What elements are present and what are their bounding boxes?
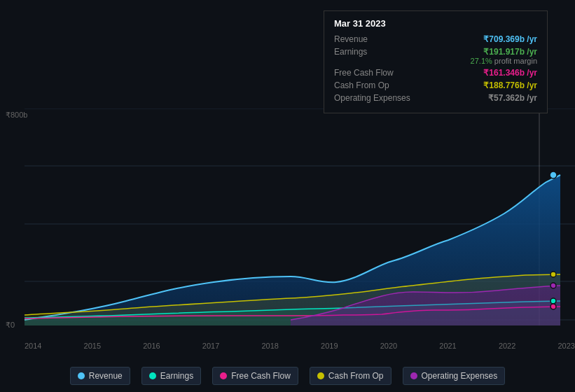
chart-legend: Revenue Earnings Free Cash Flow Cash Fro… bbox=[0, 367, 575, 385]
x-label-2023: 2023 bbox=[557, 342, 574, 350]
x-label-2015: 2015 bbox=[84, 342, 101, 350]
tooltip-cashop-value: ₹188.776b /yr bbox=[483, 80, 537, 90]
legend-dot-cashop bbox=[317, 372, 324, 379]
x-axis: 2014 2015 2016 2017 2018 2019 2020 2021 … bbox=[25, 342, 575, 350]
tooltip-fcf-row: Free Cash Flow ₹161.346b /yr bbox=[334, 68, 537, 78]
legend-item-opex[interactable]: Operating Expenses bbox=[403, 367, 506, 385]
x-label-2021: 2021 bbox=[439, 342, 456, 350]
chart-container: Mar 31 2023 Revenue ₹709.369b /yr Earnin… bbox=[0, 0, 575, 392]
x-label-2017: 2017 bbox=[202, 342, 219, 350]
tooltip-revenue-row: Revenue ₹709.369b /yr bbox=[334, 34, 537, 44]
tooltip-earnings-margin: 27.1% profit margin bbox=[471, 57, 537, 65]
svg-point-9 bbox=[550, 304, 556, 309]
legend-dot-fcf bbox=[220, 372, 227, 379]
x-label-2014: 2014 bbox=[25, 342, 41, 350]
x-label-2022: 2022 bbox=[499, 342, 515, 350]
svg-point-6 bbox=[550, 172, 557, 178]
tooltip-opex-value: ₹57.362b /yr bbox=[488, 93, 537, 103]
svg-point-10 bbox=[550, 283, 556, 288]
legend-item-earnings[interactable]: Earnings bbox=[141, 367, 201, 385]
tooltip-fcf-label: Free Cash Flow bbox=[334, 68, 418, 78]
legend-item-fcf[interactable]: Free Cash Flow bbox=[212, 367, 298, 385]
tooltip-opex-row: Operating Expenses ₹57.362b /yr bbox=[334, 93, 537, 103]
tooltip-fcf-value: ₹161.346b /yr bbox=[483, 68, 537, 78]
legend-dot-earnings bbox=[149, 372, 156, 379]
tooltip-revenue-label: Revenue bbox=[334, 34, 418, 44]
legend-label-fcf: Free Cash Flow bbox=[231, 371, 291, 381]
legend-dot-opex bbox=[410, 372, 417, 379]
tooltip-earnings-label: Earnings bbox=[334, 47, 418, 57]
x-label-2018: 2018 bbox=[261, 342, 278, 350]
tooltip-cashop-label: Cash From Op bbox=[334, 80, 418, 90]
tooltip-date: Mar 31 2023 bbox=[334, 18, 537, 29]
x-label-2016: 2016 bbox=[143, 342, 160, 350]
legend-item-cashop[interactable]: Cash From Op bbox=[310, 367, 392, 385]
x-label-2019: 2019 bbox=[321, 342, 338, 350]
legend-dot-revenue bbox=[78, 372, 85, 379]
legend-label-revenue: Revenue bbox=[89, 371, 123, 381]
legend-label-opex: Operating Expenses bbox=[422, 371, 498, 381]
tooltip-cashop-row: Cash From Op ₹188.776b /yr bbox=[334, 80, 537, 90]
legend-item-revenue[interactable]: Revenue bbox=[70, 367, 130, 385]
legend-label-cashop: Cash From Op bbox=[328, 371, 384, 381]
x-label-2020: 2020 bbox=[380, 342, 397, 350]
legend-label-earnings: Earnings bbox=[160, 371, 193, 381]
tooltip-revenue-value: ₹709.369b /yr bbox=[483, 34, 537, 44]
tooltip-earnings-value: ₹191.917b /yr bbox=[471, 47, 537, 57]
svg-point-7 bbox=[550, 272, 556, 277]
chart-svg bbox=[0, 108, 575, 340]
tooltip-box: Mar 31 2023 Revenue ₹709.369b /yr Earnin… bbox=[324, 10, 548, 113]
tooltip-opex-label: Operating Expenses bbox=[334, 93, 418, 103]
tooltip-earnings-row: Earnings ₹191.917b /yr 27.1% profit marg… bbox=[334, 47, 537, 65]
svg-point-8 bbox=[550, 298, 556, 304]
